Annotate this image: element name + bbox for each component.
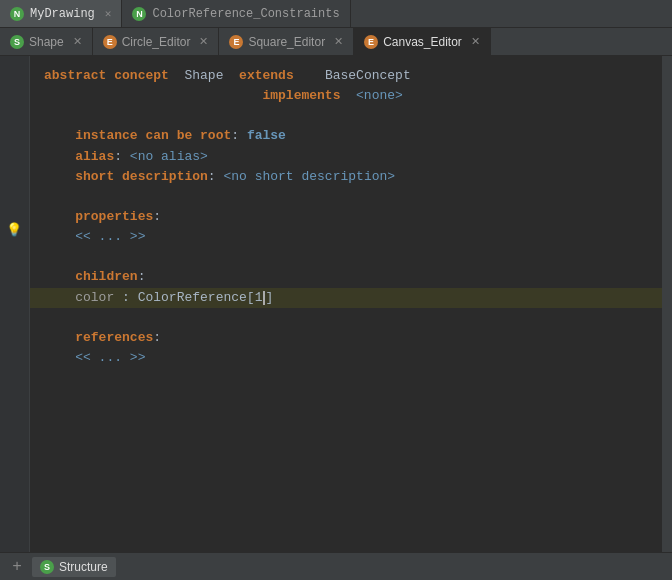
tab-shape-label: Shape — [29, 35, 64, 49]
tab-shape-close[interactable]: ✕ — [73, 35, 82, 48]
tab-mydrawing[interactable]: N MyDrawing ✕ — [0, 0, 122, 27]
tab-mydrawing-icon: N — [10, 7, 24, 21]
short-desc-value: <no short description> — [223, 167, 395, 187]
tab-colorreference[interactable]: N ColorReference_Constraints — [122, 0, 350, 27]
classname-baseconcept: BaseConcept — [325, 66, 411, 86]
code-line-1: abstract concept Shape extends BaseConce… — [44, 66, 652, 86]
kw-concept: concept — [114, 66, 169, 86]
bulb-icon[interactable]: 💡 — [6, 222, 22, 238]
bracket-1: [1 — [247, 288, 263, 308]
code-line-references: references : — [44, 328, 652, 348]
editor-tabs-bar: S Shape ✕ E Circle_Editor ✕ E Square_Edi… — [0, 28, 672, 56]
value-false: false — [247, 126, 286, 146]
kw-instance: instance — [75, 126, 137, 146]
field-color: color — [75, 288, 114, 308]
code-line-desc: short description : <no short descriptio… — [44, 167, 652, 187]
properties-expand: << ... >> — [75, 227, 145, 247]
code-line-alias: alias : <no alias> — [44, 147, 652, 167]
tab-canvas-close[interactable]: ✕ — [471, 35, 480, 48]
code-line-color: color : ColorReference [1 ] — [30, 288, 662, 308]
tab-shape-icon: S — [10, 35, 24, 49]
tab-mydrawing-close[interactable]: ✕ — [105, 7, 112, 20]
scroll-indicator[interactable] — [662, 56, 672, 552]
label-can-be-root: can be root — [145, 126, 231, 146]
tab-square-editor[interactable]: E Square_Editor ✕ — [219, 28, 354, 55]
tab-square-label: Square_Editor — [248, 35, 325, 49]
tab-canvas-editor[interactable]: E Canvas_Editor ✕ — [354, 28, 491, 55]
bottom-bar: + S Structure — [0, 552, 672, 580]
tab-colorreference-icon: N — [132, 7, 146, 21]
tab-mydrawing-label: MyDrawing — [30, 7, 95, 21]
tab-shape[interactable]: S Shape ✕ — [0, 28, 93, 55]
kw-implements: implements — [262, 86, 340, 106]
type-colorreference: ColorReference — [138, 288, 247, 308]
content-area: 💡 abstract concept Shape extends BaseCon… — [0, 56, 672, 552]
label-properties: properties — [75, 207, 153, 227]
code-line-instance: instance can be root : false — [44, 126, 652, 146]
tab-square-icon: E — [229, 35, 243, 49]
classname-shape: Shape — [184, 66, 223, 86]
tab-circle-close[interactable]: ✕ — [199, 35, 208, 48]
code-line-3 — [44, 106, 652, 126]
kw-extends: extends — [239, 66, 294, 86]
references-expand: << ... >> — [75, 348, 145, 368]
line-gutter: 💡 — [0, 56, 30, 552]
tab-circle-editor[interactable]: E Circle_Editor ✕ — [93, 28, 220, 55]
alias-value: <no alias> — [130, 147, 208, 167]
tab-canvas-label: Canvas_Editor — [383, 35, 462, 49]
code-line-children: children : — [44, 267, 652, 287]
tab-circle-label: Circle_Editor — [122, 35, 191, 49]
label-alias: alias — [75, 147, 114, 167]
code-line-refs-expand: << ... >> — [44, 348, 652, 368]
bracket-2: ] — [265, 288, 273, 308]
structure-tab-icon: S — [40, 560, 54, 574]
code-line-props-expand: << ... >> — [44, 227, 652, 247]
add-button[interactable]: + — [8, 558, 26, 576]
label-children: children — [75, 267, 137, 287]
tab-circle-icon: E — [103, 35, 117, 49]
code-line-2: implements <none> — [44, 86, 652, 106]
code-line-properties: properties : — [44, 207, 652, 227]
label-references: references — [75, 328, 153, 348]
structure-tab-label: Structure — [59, 560, 108, 574]
kw-abstract: abstract — [44, 66, 106, 86]
code-editor[interactable]: abstract concept Shape extends BaseConce… — [30, 56, 662, 552]
implements-value: <none> — [356, 86, 403, 106]
tab-colorreference-label: ColorReference_Constraints — [152, 7, 339, 21]
tab-canvas-icon: E — [364, 35, 378, 49]
structure-tab[interactable]: S Structure — [32, 557, 116, 577]
code-line-blank3 — [44, 247, 652, 267]
label-short-desc: short description — [75, 167, 208, 187]
tab-square-close[interactable]: ✕ — [334, 35, 343, 48]
code-line-blank4 — [44, 308, 652, 328]
title-bar: N MyDrawing ✕ N ColorReference_Constrain… — [0, 0, 672, 28]
code-line-blank2 — [44, 187, 652, 207]
